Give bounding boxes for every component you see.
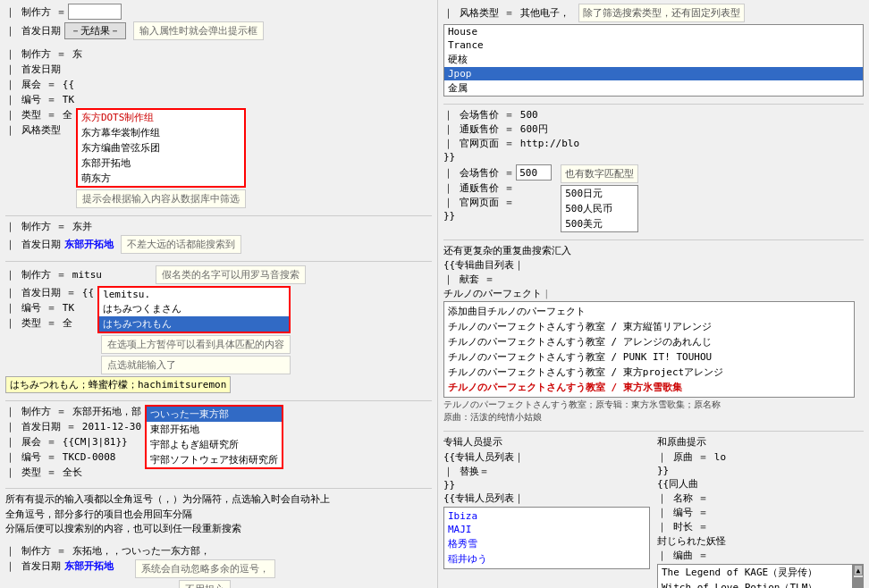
website-label: ｜ 官网页面 ＝ http://blo bbox=[443, 137, 579, 150]
person-title: 专辑人员提示 bbox=[443, 435, 650, 449]
auto-result[interactable]: 东部开拓地 bbox=[64, 559, 114, 573]
date-label-7: ｜ 首发日期 bbox=[5, 559, 61, 573]
venue-price2: ｜ 会场售价 ＝ bbox=[443, 166, 514, 180]
same-album-label: {{同人曲 bbox=[657, 477, 698, 491]
place-section: ｜ 制作方 ＝ 东部开拓地，部 ｜ 首发日期 ＝ 2011-12-30 ｜ 展会… bbox=[5, 405, 432, 481]
genre-trance[interactable]: Trance bbox=[444, 38, 863, 52]
original-title: 和原曲提示 bbox=[657, 435, 864, 449]
artist-list: Ibiza MAJI 格秀雪 稲井ゆう bbox=[443, 507, 650, 569]
artist-inai[interactable]: 稲井ゆう bbox=[448, 551, 645, 567]
hint-fixed-list: 除了筛选搜索类型，还有固定列表型 bbox=[578, 4, 745, 22]
no-result-btn[interactable]: －无结果－ bbox=[64, 22, 126, 39]
date-label-4: ｜ 首发日期 ＝ {{ bbox=[5, 286, 94, 299]
genre-dropdown: House Trance 硬核 Jpop 金属 bbox=[443, 24, 864, 97]
price-sugg-usd[interactable]: 500美元 bbox=[561, 216, 637, 231]
track-item-0[interactable]: 添加曲目チルノのパーフェクト bbox=[446, 304, 852, 319]
number-label: ｜ 编号 ＝ bbox=[657, 506, 708, 519]
maker-label-1: ｜ 制作方 ＝ bbox=[5, 5, 66, 19]
type-label-5: ｜ 类型 ＝ 全长 bbox=[5, 466, 82, 479]
genre-jpop[interactable]: Jpop bbox=[444, 67, 863, 80]
field-row-date3: ｜ 首发日期 东部开拓地 不差大远的话都能搜索到 bbox=[5, 235, 432, 254]
dropdown-item-3[interactable]: 东方编曲管弦乐团 bbox=[78, 140, 244, 155]
maker-label-7: ｜ 制作方 ＝ 东拓地，，ついった一东方部， bbox=[5, 544, 210, 558]
genre-metal[interactable]: 金属 bbox=[444, 80, 863, 96]
section-6: 所有有提示的输入项都以全角逗号（，）为分隔符，点选输入时会自动补上 全角逗号，部… bbox=[5, 488, 432, 537]
replace-label: ｜ 替换＝ bbox=[443, 465, 489, 478]
right-panel: ｜ 风格类型 ＝ 其他电子， 除了筛选搜索类型，还有固定列表型 House Tr… bbox=[438, 0, 869, 588]
track-input-row: チルノのパーフェクト | bbox=[443, 287, 864, 300]
dropdown-item-5[interactable]: 萌东方 bbox=[78, 171, 244, 186]
track-item-1[interactable]: チルノのパーフェクトさんすう教室 / 東方縦笛リアレンジ bbox=[446, 319, 852, 334]
track-item-2[interactable]: チルノのパーフェクトさんすう教室 / アレンジのあれんじ bbox=[446, 334, 852, 349]
maker-label-4: ｜ 制作方 ＝ mitsu bbox=[5, 268, 102, 281]
hint-similar: 不差大远的话都能搜索到 bbox=[121, 235, 241, 254]
tracklist-section: 还有更复杂的重复曲搜索汇入 {{专辑曲目列表｜ ｜ 献套 ＝ チルノのパーフェク… bbox=[443, 239, 864, 424]
close-bracket-1: }} bbox=[443, 151, 455, 163]
genre-section: ｜ 风格类型 ＝ 其他电子， 除了筛选搜索类型，还有固定列表型 House Tr… bbox=[443, 4, 864, 97]
dropdown-item-4[interactable]: 东部开拓地 bbox=[78, 155, 244, 171]
romaji-item-3[interactable]: はちみつれもん bbox=[99, 316, 289, 332]
field-row-id2: ｜ 编号 ＝ TK bbox=[5, 93, 432, 106]
style-label-2: ｜ 风格类型 bbox=[5, 123, 61, 137]
place-item-4[interactable]: 宇部ソフトウェア技術研究所 bbox=[147, 452, 282, 467]
place-item-2[interactable]: 東部开拓地 bbox=[147, 422, 282, 437]
place-item-3[interactable]: 宇部よもぎ組研究所 bbox=[147, 437, 282, 452]
hint-auto-2: 不用担心 bbox=[179, 580, 231, 589]
id-label-4: ｜ 编号 ＝ TK bbox=[5, 301, 74, 315]
genre-hardcore[interactable]: 硬核 bbox=[444, 52, 863, 67]
original-input-label: ｜ 原曲 ＝ lo bbox=[657, 450, 726, 464]
romaji-item-2[interactable]: はちみつくまさん bbox=[99, 301, 289, 316]
price-section: ｜ 会场售价 ＝ 500 ｜ 通贩售价 ＝ 600円 ｜ 官网页面 ＝ http… bbox=[443, 104, 864, 232]
id-label-5: ｜ 编号 ＝ TKCD-0008 bbox=[5, 450, 115, 464]
person-template: {{专辑人员列表｜ bbox=[443, 450, 524, 464]
place-item-1[interactable]: ついった一東方部 bbox=[147, 407, 282, 422]
orig-item-0[interactable]: The Legend of KAGE（灵异传） bbox=[658, 565, 852, 580]
track-item-5[interactable]: チルノのパーフェクトさんすう教室 / 東方氷雪歌集 bbox=[446, 380, 852, 395]
type-label-4: ｜ 类型 ＝ 全 bbox=[5, 316, 72, 330]
left-panel: ｜ 制作方 ＝ ｜ 首发日期 －无结果－ 输入属性时就会弹出提示框 ｜ 制作方 … bbox=[0, 0, 438, 588]
price-input[interactable] bbox=[516, 164, 552, 181]
price-sugg-cny[interactable]: 500人民币 bbox=[561, 201, 637, 216]
orig-item-1[interactable]: Witch of Love Potion（TLM） bbox=[658, 580, 852, 588]
date-label-2: ｜ 首发日期 bbox=[5, 63, 61, 76]
complex-title-row: 还有更复杂的重复曲搜索汇入 bbox=[443, 244, 864, 257]
section-2: ｜ 制作方 ＝ 东 ｜ 首发日期 ｜ 展会 ＝ {{ ｜ 编号 ＝ TK ｜ 类… bbox=[5, 47, 432, 208]
original-close: }} bbox=[657, 465, 669, 476]
person-col: 专辑人员提示 {{专辑人员列表｜ ｜ 替换＝ }} {{专辑人员列表｜ Ibiz… bbox=[443, 435, 650, 588]
date-label-3: ｜ 首发日期 bbox=[5, 238, 61, 251]
close-person: }} bbox=[443, 479, 455, 491]
id-label-2: ｜ 编号 ＝ TK bbox=[5, 93, 74, 106]
seal-label: 封じられた妖怪 bbox=[657, 534, 726, 548]
price-sugg-jpy[interactable]: 500日元 bbox=[561, 186, 637, 201]
track-item-4[interactable]: チルノのパーフェクトさんすう教室 / 東方projectアレンジ bbox=[446, 365, 852, 380]
maker-dropdown-2: 东方DOTS制作组 东方幕华裳制作组 东方编曲管弦乐团 东部开拓地 萌东方 bbox=[76, 108, 246, 188]
scroll-thumb[interactable] bbox=[854, 577, 863, 588]
hint-click: 点选就能输入了 bbox=[101, 356, 291, 374]
similar-result[interactable]: 东部开拓地 bbox=[64, 238, 114, 251]
section-4: ｜ 制作方 ＝ mitsu 假名类的名字可以用罗马音搜索 ｜ 首发日期 ＝ {{… bbox=[5, 261, 432, 393]
dropdown-item-2[interactable]: 东方幕华裳制作组 bbox=[78, 125, 244, 140]
romaji-item-1[interactable]: lemitsu. bbox=[99, 288, 289, 301]
artist-ibiza[interactable]: Ibiza bbox=[448, 509, 645, 523]
exhibition-label-2: ｜ 展会 ＝ {{ bbox=[5, 78, 74, 91]
bottom-grid: 专辑人员提示 {{专辑人员列表｜ ｜ 替换＝ }} {{专辑人员列表｜ Ibiz… bbox=[443, 431, 864, 588]
price-sugg-col: 也有数字匹配型 500日元 500人民币 500美元 bbox=[561, 164, 638, 232]
track-item-3[interactable]: チルノのパーフェクトさんすう教室 / PUNK IT! TOUHOU bbox=[446, 349, 852, 365]
artist-maji[interactable]: MAJI bbox=[448, 523, 645, 536]
exhibition-label-5: ｜ 展会 ＝ {{CM|3|81}} bbox=[5, 435, 128, 449]
dropdown-item-1[interactable]: 东方DOTS制作组 bbox=[78, 110, 244, 125]
field-row-maker7: ｜ 制作方 ＝ 东拓地，，ついった一东方部， bbox=[5, 544, 432, 558]
field-row-date1: ｜ 首发日期 －无结果－ 输入属性时就会弹出提示框 bbox=[5, 21, 432, 40]
maker-input-1[interactable] bbox=[68, 4, 122, 20]
original-suggestions-box: The Legend of KAGE（灵异传） Witch of Love Po… bbox=[657, 564, 853, 588]
date-label-1: ｜ 首发日期 bbox=[5, 24, 61, 38]
genre-house[interactable]: House bbox=[444, 25, 863, 38]
original-col: 和原曲提示 ｜ 原曲 ＝ lo }} {{同人曲 ｜ 名称 ＝ ｜ 编号 ＝ ｜… bbox=[657, 435, 864, 588]
artist-gexue[interactable]: 格秀雪 bbox=[448, 536, 645, 551]
explanation-3: 分隔后便可以搜索别的内容，也可以到任一段重新搜索 bbox=[5, 522, 432, 537]
price-suggestions-box: 500日元 500人民币 500美元 bbox=[561, 185, 638, 232]
maker-label-2: ｜ 制作方 ＝ 东 bbox=[5, 47, 82, 61]
complex-title: 还有更复杂的重复曲搜索汇入 bbox=[443, 244, 571, 257]
scroll-up-btn[interactable]: ▲ bbox=[854, 565, 863, 575]
date-label-5: ｜ 首发日期 ＝ 2011-12-30 bbox=[5, 420, 141, 433]
